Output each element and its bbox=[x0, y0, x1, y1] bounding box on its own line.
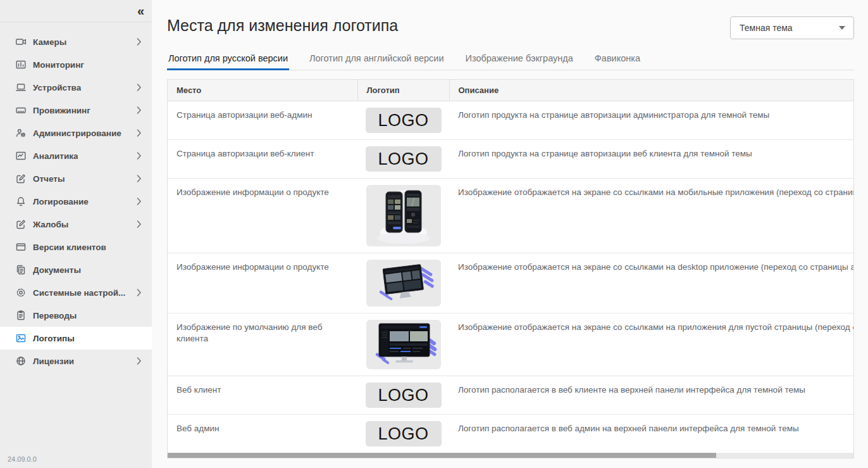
logos-icon bbox=[15, 332, 27, 344]
administration-icon bbox=[15, 127, 27, 139]
place-cell: Страница авторизации веб-админ bbox=[168, 101, 357, 139]
sidebar-item-label: Аналитика bbox=[33, 151, 78, 161]
chevron-right-icon bbox=[137, 289, 142, 296]
reports-icon bbox=[15, 173, 27, 184]
tab-bar: Логотип для русской версииЛоготип для ан… bbox=[167, 49, 854, 70]
chevron-down-icon bbox=[839, 26, 845, 30]
sidebar-item[interactable]: Камеры bbox=[0, 30, 152, 53]
logo-cell bbox=[357, 178, 449, 253]
column-header: Описание bbox=[449, 80, 853, 101]
table-row: Изображение по умолчанию для веб клиента… bbox=[168, 313, 853, 376]
sidebar-item[interactable]: Версии клиентов bbox=[0, 236, 152, 258]
place-cell: Веб админ bbox=[168, 414, 357, 453]
chevron-right-icon bbox=[137, 38, 142, 46]
main-content: Места для изменения логотипа Темная тема… bbox=[152, 0, 868, 468]
sidebar-item-label: Логирование bbox=[33, 197, 89, 206]
sidebar-item-label: Камеры bbox=[33, 37, 66, 47]
logo-cell bbox=[357, 253, 449, 313]
sidebar-item[interactable]: Мониторинг bbox=[0, 53, 152, 76]
place-cell: Страница авторизации веб-клиент bbox=[168, 139, 357, 178]
sidebar-item-label: Системные настрой... bbox=[33, 288, 125, 298]
tab[interactable]: Изображение бэкграунда bbox=[464, 49, 574, 70]
sidebar-item[interactable]: Системные настрой... bbox=[0, 281, 152, 304]
column-header: Место bbox=[168, 80, 357, 101]
sidebar-collapse-button[interactable]: « bbox=[137, 4, 144, 17]
chevron-right-icon bbox=[137, 198, 142, 205]
table-row: Изображение информации о продуктеИзображ… bbox=[168, 178, 853, 253]
licenses-icon bbox=[15, 355, 27, 367]
sidebar-item-label: Документы bbox=[33, 265, 81, 275]
chevron-right-icon bbox=[137, 220, 142, 228]
logo-cell bbox=[357, 313, 449, 376]
table-row: Страница авторизации веб-админLOGOЛоготи… bbox=[168, 101, 853, 139]
chevron-right-icon bbox=[137, 175, 142, 182]
chevron-right-icon bbox=[137, 357, 142, 365]
sidebar-item[interactable]: Логотипы bbox=[0, 327, 152, 350]
logo-cell: LOGO bbox=[357, 139, 449, 178]
translations-icon bbox=[15, 310, 27, 321]
chevron-right-icon bbox=[137, 129, 142, 137]
sidebar-item-label: Отчеты bbox=[33, 174, 65, 184]
settings-icon bbox=[15, 287, 27, 298]
logo-cell: LOGO bbox=[357, 414, 449, 453]
mobile-apps-preview bbox=[366, 185, 441, 246]
sidebar-menu: КамерыМониторингУстройстваПровижинингАдм… bbox=[0, 22, 152, 372]
sidebar-item[interactable]: Логирование bbox=[0, 190, 152, 213]
place-cell: Изображение информации о продукте bbox=[168, 178, 357, 253]
sidebar-item-label: Жалобы bbox=[33, 220, 68, 229]
sidebar-item-label: Версии клиентов bbox=[33, 243, 106, 252]
table-row: Страница авторизации веб-клиентLOGOЛогот… bbox=[168, 139, 853, 178]
sidebar-item[interactable]: Провижининг bbox=[0, 99, 152, 122]
table-row: Изображение информации о продуктеИзображ… bbox=[168, 253, 853, 313]
sidebar-item[interactable]: Аналитика bbox=[0, 144, 152, 167]
tab[interactable]: Логотип для английской версии bbox=[308, 49, 445, 70]
sidebar-item[interactable]: Жалобы bbox=[0, 213, 152, 236]
tab[interactable]: Логотип для русской версии bbox=[167, 49, 289, 70]
place-cell: Изображение по умолчанию для веб клиента bbox=[168, 313, 357, 376]
logo-cell: LOGO bbox=[357, 101, 449, 139]
sidebar-header: « bbox=[0, 0, 152, 22]
app-window: « КамерыМониторингУстройстваПровижинингА… bbox=[0, 0, 868, 468]
logo-placeholder: LOGO bbox=[366, 383, 442, 408]
sidebar-item[interactable]: Документы bbox=[0, 258, 152, 281]
description-cell: Изображение отображается на экране со сс… bbox=[449, 313, 853, 376]
complaints-icon bbox=[15, 218, 27, 230]
description-cell: Логотип продукта на странице авторизации… bbox=[449, 101, 853, 139]
sidebar-item-label: Устройства bbox=[33, 83, 81, 92]
provisioning-icon bbox=[15, 104, 27, 116]
camera-icon bbox=[15, 36, 27, 47]
chevron-right-icon bbox=[137, 106, 142, 114]
theme-select[interactable]: Темная тема bbox=[730, 16, 854, 39]
logo-placeholder: LOGO bbox=[366, 421, 442, 446]
chevron-right-icon bbox=[137, 152, 142, 160]
tab[interactable]: Фавиконка bbox=[593, 49, 642, 70]
description-cell: Логотип располагается в веб клиенте на в… bbox=[449, 376, 853, 414]
horizontal-scrollbar[interactable] bbox=[168, 453, 853, 458]
analytics-icon bbox=[15, 150, 27, 161]
sidebar-item[interactable]: Лицензии bbox=[0, 350, 152, 372]
place-cell: Изображение информации о продукте bbox=[168, 253, 357, 313]
table-row: Веб админLOGOЛоготип располагается в веб… bbox=[168, 414, 853, 453]
theme-select-value: Темная тема bbox=[740, 23, 793, 33]
sidebar-item[interactable]: Администрирование bbox=[0, 122, 152, 144]
scrollbar-thumb[interactable] bbox=[168, 453, 716, 458]
table-row: Веб клиентLOGOЛоготип располагается в ве… bbox=[168, 376, 853, 414]
description-cell: Изображение отображается на экране со сс… bbox=[449, 253, 853, 313]
desktop-app-preview bbox=[366, 260, 441, 307]
logo-table: МестоЛоготипОписание Страница авторизаци… bbox=[168, 80, 853, 453]
sidebar: « КамерыМониторингУстройстваПровижинингА… bbox=[0, 0, 152, 468]
sidebar-item-label: Лицензии bbox=[33, 357, 74, 366]
sidebar-item[interactable]: Переводы bbox=[0, 304, 152, 327]
logo-placeholder: LOGO bbox=[366, 146, 442, 172]
sidebar-item-label: Логотипы bbox=[33, 334, 75, 343]
sidebar-item[interactable]: Отчеты bbox=[0, 167, 152, 190]
page-title: Места для изменения логотипа bbox=[167, 16, 398, 35]
description-cell: Изображение отображается на экране со сс… bbox=[449, 178, 853, 253]
sidebar-item[interactable]: Устройства bbox=[0, 76, 152, 99]
chevron-right-icon bbox=[137, 84, 142, 91]
logging-icon bbox=[15, 196, 27, 207]
sidebar-item-label: Провижининг bbox=[33, 106, 90, 115]
description-cell: Логотип располагается в веб админ на вер… bbox=[449, 414, 853, 453]
sidebar-item-label: Администрирование bbox=[33, 129, 121, 138]
column-header: Логотип bbox=[357, 80, 449, 101]
